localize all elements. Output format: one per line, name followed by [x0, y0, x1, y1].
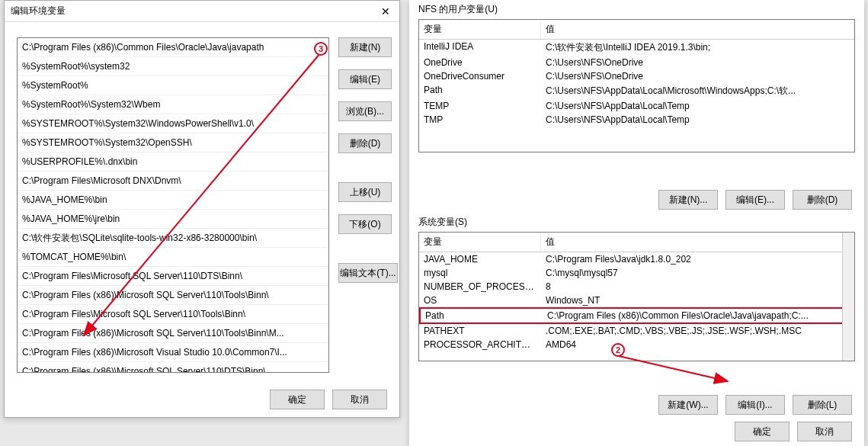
system-vars-section: 系统变量(S) 变量 值 JAVA_HOMEC:\Program Files\J… — [409, 216, 864, 418]
path-item[interactable]: %JAVA_HOME%\jre\bin — [18, 210, 328, 229]
var-name: OS — [419, 294, 541, 307]
browse-button[interactable]: 浏览(B)... — [338, 101, 392, 121]
user-button-row: 新建(N)... 编辑(E)... 删除(D) — [658, 190, 852, 210]
table-row[interactable]: PROCESSOR_ARCHITECT...AMD64 — [419, 338, 854, 351]
title-bar: 编辑环境变量 ✕ — [5, 1, 399, 22]
col-var: 变量 — [419, 20, 541, 39]
path-item[interactable]: %SystemRoot% — [18, 76, 328, 95]
path-item[interactable]: C:\软件安装包\SQLite\sqlite-tools-win32-x86-3… — [18, 229, 328, 248]
table-row[interactable]: PATHEXT.COM;.EXE;.BAT;.CMD;.VBS;.VBE;.JS… — [419, 324, 854, 338]
new-button[interactable]: 新建(N) — [338, 37, 392, 57]
path-item[interactable]: %SYSTEMROOT%\System32\WindowsPowerShell\… — [18, 114, 328, 133]
move-down-button[interactable]: 下移(O) — [338, 214, 392, 234]
path-item[interactable]: C:\Program Files (x86)\Microsoft SQL Ser… — [18, 362, 328, 373]
delete-button[interactable]: 删除(D) — [338, 133, 392, 153]
user-section-label: NFS 的用户变量(U) — [418, 3, 864, 16]
user-edit-button[interactable]: 编辑(E)... — [725, 190, 785, 210]
dialog-title: 编辑环境变量 — [11, 5, 66, 18]
var-value: C:\软件安装包\IntelliJ IDEA 2019.1.3\bin; — [541, 40, 854, 56]
dialog-footer: 确定 取消 — [270, 390, 387, 409]
var-value: Windows_NT — [541, 294, 854, 307]
user-delete-button[interactable]: 删除(D) — [793, 190, 852, 210]
table-header: 变量 值 — [419, 233, 854, 252]
var-name: IntelliJ IDEA — [419, 40, 541, 56]
table-row[interactable]: PathC:\Program Files (x86)\Common Files\… — [419, 307, 854, 324]
var-name: mysql — [419, 266, 541, 280]
move-up-button[interactable]: 上移(U) — [338, 182, 392, 202]
table-row[interactable]: OSWindows_NT — [419, 294, 854, 307]
path-item[interactable]: C:\Program Files (x86)\Common Files\Orac… — [18, 38, 328, 57]
ok-button[interactable]: 确定 — [270, 390, 325, 409]
path-item[interactable]: %JAVA_HOME%\bin — [18, 191, 328, 210]
path-item[interactable]: C:\Program Files (x86)\Microsoft Visual … — [18, 343, 328, 362]
path-item[interactable]: %USERPROFILE%\.dnx\bin — [18, 152, 328, 172]
path-item[interactable]: C:\Program Files\Microsoft DNX\Dnvm\ — [18, 172, 328, 191]
col-val: 值 — [541, 20, 854, 39]
var-name: TMP — [419, 113, 541, 127]
var-name: OneDrive — [419, 56, 541, 69]
var-value: C:\Users\NFS\OneDrive — [541, 56, 854, 69]
table-row[interactable]: OneDriveConsumerC:\Users\NFS\OneDrive — [419, 69, 854, 83]
button-column: 新建(N) 编辑(E) 浏览(B)... 删除(D) 上移(U) 下移(O) 编… — [338, 37, 398, 283]
table-row[interactable]: TEMPC:\Users\NFS\AppData\Local\Temp — [419, 99, 854, 113]
path-item[interactable]: C:\Program Files\Microsoft SQL Server\11… — [18, 305, 328, 324]
var-value: C:\Users\NFS\AppData\Local\Temp — [541, 113, 854, 127]
sys-edit-button[interactable]: 编辑(I)... — [725, 395, 785, 415]
col-val: 值 — [541, 233, 854, 252]
var-value: C:\mysql\mysql57 — [541, 266, 854, 280]
var-name: Path — [421, 309, 543, 322]
path-item[interactable]: %SystemRoot%\System32\Wbem — [18, 95, 328, 114]
var-value: C:\Program Files (x86)\Common Files\Orac… — [543, 309, 853, 322]
var-value: .COM;.EXE;.BAT;.CMD;.VBS;.VBE;.JS;.JSE;.… — [541, 324, 854, 338]
ok-button[interactable]: 确定 — [735, 422, 790, 441]
scrollbar[interactable] — [842, 233, 854, 361]
var-name: NUMBER_OF_PROCESSORS — [419, 280, 541, 294]
user-new-button[interactable]: 新建(N)... — [658, 190, 718, 210]
close-icon[interactable]: ✕ — [378, 5, 393, 18]
path-item[interactable]: %SYSTEMROOT%\System32\OpenSSH\ — [18, 133, 328, 152]
var-name: Path — [419, 83, 541, 99]
table-row[interactable]: JAVA_HOMEC:\Program Files\Java\jdk1.8.0_… — [419, 252, 854, 266]
sys-section-label: 系统变量(S) — [418, 216, 864, 229]
path-item[interactable]: %TOMCAT_HOME%\bin\ — [18, 248, 328, 267]
table-row[interactable]: OneDriveC:\Users\NFS\OneDrive — [419, 56, 854, 69]
path-list[interactable]: C:\Program Files (x86)\Common Files\Orac… — [17, 37, 329, 373]
system-vars-table[interactable]: 变量 值 JAVA_HOMEC:\Program Files\Java\jdk1… — [418, 232, 855, 361]
user-vars-table[interactable]: 变量 值 IntelliJ IDEAC:\软件安装包\IntelliJ IDEA… — [418, 19, 855, 152]
edit-button[interactable]: 编辑(E) — [338, 69, 392, 89]
table-row[interactable]: PathC:\Users\NFS\AppData\Local\Microsoft… — [419, 83, 854, 99]
cancel-button[interactable]: 取消 — [797, 422, 852, 441]
path-item[interactable]: C:\Program Files (x86)\Microsoft SQL Ser… — [18, 324, 328, 343]
var-name: OneDriveConsumer — [419, 69, 541, 83]
sys-delete-button[interactable]: 删除(L) — [793, 395, 852, 415]
var-name: PROCESSOR_ARCHITECT... — [419, 338, 541, 351]
table-row[interactable]: NUMBER_OF_PROCESSORS8 — [419, 280, 854, 294]
table-row[interactable]: TMPC:\Users\NFS\AppData\Local\Temp — [419, 113, 854, 127]
path-item[interactable]: C:\Program Files (x86)\Microsoft SQL Ser… — [18, 286, 328, 305]
edit-env-var-dialog: 编辑环境变量 ✕ C:\Program Files (x86)\Common F… — [4, 0, 400, 418]
env-vars-dialog: NFS 的用户变量(U) 变量 值 IntelliJ IDEAC:\软件安装包\… — [409, 0, 864, 446]
var-name: TEMP — [419, 99, 541, 113]
annotation-3: 3 — [314, 42, 328, 56]
path-item[interactable]: C:\Program Files\Microsoft SQL Server\11… — [18, 267, 328, 286]
table-row[interactable]: IntelliJ IDEAC:\软件安装包\IntelliJ IDEA 2019… — [419, 40, 854, 56]
sys-new-button[interactable]: 新建(W)... — [658, 395, 718, 415]
var-name: PATHEXT — [419, 324, 541, 338]
var-value: C:\Users\NFS\AppData\Local\Temp — [541, 99, 854, 113]
var-value: 8 — [541, 280, 854, 294]
edit-text-button[interactable]: 编辑文本(T)... — [338, 263, 398, 283]
annotation-2: 2 — [611, 343, 625, 357]
dialog-footer: 确定 取消 — [735, 422, 852, 441]
var-value: AMD64 — [541, 338, 854, 351]
cancel-button[interactable]: 取消 — [332, 390, 387, 409]
var-value: C:\Users\NFS\AppData\Local\Microsoft\Win… — [541, 83, 854, 99]
var-value: C:\Program Files\Java\jdk1.8.0_202 — [541, 252, 854, 266]
table-header: 变量 值 — [419, 20, 854, 40]
sys-button-row: 新建(W)... 编辑(I)... 删除(L) — [658, 395, 852, 415]
path-item[interactable]: %SystemRoot%\system32 — [18, 57, 328, 76]
table-row[interactable]: mysqlC:\mysql\mysql57 — [419, 266, 854, 280]
var-name: JAVA_HOME — [419, 252, 541, 266]
var-value: C:\Users\NFS\OneDrive — [541, 69, 854, 83]
col-var: 变量 — [419, 233, 541, 252]
user-vars-section: NFS 的用户变量(U) 变量 值 IntelliJ IDEAC:\软件安装包\… — [409, 3, 864, 213]
